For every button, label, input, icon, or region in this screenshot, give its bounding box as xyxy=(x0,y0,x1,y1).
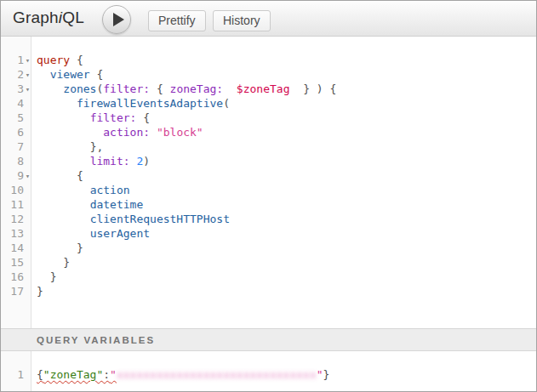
code-token: { xyxy=(143,111,150,124)
code-line[interactable]: 3▾ zones(filter: { zoneTag: $zoneTag } )… xyxy=(1,82,536,96)
line-number: 14 xyxy=(1,241,24,255)
line-number: 1 xyxy=(1,53,24,67)
query-variables-title-bar[interactable]: QUERY VARIABLES xyxy=(1,328,536,351)
code-text: limit: 2) xyxy=(37,155,150,168)
code-token: "zoneTag" xyxy=(43,368,103,381)
graphiql-window: GraphiQL Prettify History 1▾query {2▾ vi… xyxy=(0,0,537,392)
variables-code[interactable]: 1{"zoneTag":"xxxxxxxxxxxxxxxxxxxxxxxxxxx… xyxy=(1,351,536,382)
code-token xyxy=(223,82,237,95)
code-text: datetime xyxy=(37,198,143,211)
code-line[interactable]: 10 action xyxy=(1,183,536,197)
line-number: 16 xyxy=(1,270,24,284)
code-token xyxy=(37,270,50,283)
code-text: action xyxy=(37,184,130,196)
code-line[interactable]: 1▾query { xyxy=(1,53,536,67)
line-number: 2 xyxy=(1,67,24,82)
code-token xyxy=(37,241,77,254)
code-line[interactable]: 1{"zoneTag":"xxxxxxxxxxxxxxxxxxxxxxxxxxx… xyxy=(1,367,536,382)
code-text: } xyxy=(37,241,83,254)
code-token xyxy=(70,54,77,66)
code-token xyxy=(37,213,90,225)
code-line[interactable]: 7 }, xyxy=(1,139,536,154)
code-token: { xyxy=(96,68,103,81)
code-text: viewer { xyxy=(37,68,103,81)
code-token xyxy=(37,227,90,240)
fold-arrow-icon[interactable]: ▾ xyxy=(24,54,31,68)
code-token xyxy=(37,155,90,168)
line-number: 4 xyxy=(1,96,24,111)
line-number: 11 xyxy=(1,197,24,212)
code-token: datetime xyxy=(90,198,144,211)
code-token: "block" xyxy=(157,126,203,139)
code-token: ) xyxy=(143,155,150,168)
code-token: firewallEventsAdaptive xyxy=(77,97,223,110)
code-line[interactable]: 17} xyxy=(1,284,536,298)
line-number: 6 xyxy=(1,125,24,139)
code-token: { xyxy=(157,82,163,95)
code-token: { xyxy=(329,82,336,95)
code-token: limit: xyxy=(90,155,130,168)
code-token: } xyxy=(50,270,57,283)
code-token: ( xyxy=(223,97,230,110)
code-text: zones(filter: { zoneTag: $zoneTag } ) { xyxy=(37,82,336,95)
code-token: zones xyxy=(63,82,96,95)
execute-query-button[interactable] xyxy=(102,5,131,34)
code-token: filter: xyxy=(90,111,137,124)
code-line[interactable]: 6 action: "block" xyxy=(1,125,536,139)
code-text: } xyxy=(37,256,70,269)
line-number: 13 xyxy=(1,226,24,241)
code-token xyxy=(37,169,77,182)
query-editor[interactable]: 1▾query {2▾ viewer {3▾ zones(filter: { z… xyxy=(1,37,536,328)
line-number: 15 xyxy=(1,255,24,270)
line-number: 17 xyxy=(1,284,24,298)
line-number: 5 xyxy=(1,111,24,125)
code-token: { xyxy=(37,368,43,381)
query-variables-title: QUERY VARIABLES xyxy=(37,335,155,345)
variables-editor[interactable]: 1{"zoneTag":"xxxxxxxxxxxxxxxxxxxxxxxxxxx… xyxy=(1,351,536,391)
code-token xyxy=(163,82,170,95)
code-line[interactable]: 4 firewallEventsAdaptive( xyxy=(1,96,536,111)
fold-arrow-icon[interactable]: ▾ xyxy=(24,169,31,184)
code-text: }, xyxy=(37,140,103,153)
code-token xyxy=(150,82,157,95)
code-text: {"zoneTag":"xxxxxxxxxxxxxxxxxxxxxxxxxxxx… xyxy=(37,368,329,381)
code-token: } xyxy=(303,82,310,95)
code-token: { xyxy=(77,169,83,182)
code-token xyxy=(37,82,63,95)
code-token xyxy=(37,111,90,124)
fold-arrow-icon[interactable]: ▾ xyxy=(24,68,31,82)
code-token: " xyxy=(317,368,323,381)
code-token xyxy=(37,97,77,110)
history-button[interactable]: History xyxy=(213,10,271,31)
toolbar: GraphiQL Prettify History xyxy=(1,1,536,37)
code-line[interactable]: 5 filter: { xyxy=(1,111,536,125)
code-line[interactable]: 16 } xyxy=(1,270,536,284)
code-token xyxy=(289,82,303,95)
fold-arrow-icon[interactable]: ▾ xyxy=(24,82,31,97)
code-token: " xyxy=(110,368,117,381)
code-line[interactable]: 2▾ viewer { xyxy=(1,67,536,82)
play-icon xyxy=(113,13,124,26)
code-token xyxy=(37,184,90,196)
code-text: { xyxy=(37,169,83,182)
code-text: action: "block" xyxy=(37,126,203,139)
code-token: $zoneTag xyxy=(237,82,290,95)
logo-text-post: QL xyxy=(62,9,84,26)
code-token xyxy=(150,126,157,139)
code-line[interactable]: 13 userAgent xyxy=(1,226,536,241)
code-line[interactable]: 9▾ { xyxy=(1,168,536,183)
prettify-button[interactable]: Prettify xyxy=(148,10,206,31)
line-number: 9 xyxy=(1,168,24,183)
code-line[interactable]: 8 limit: 2) xyxy=(1,154,536,168)
code-line[interactable]: 11 datetime xyxy=(1,197,536,212)
line-number: 10 xyxy=(1,183,24,197)
code-token xyxy=(310,82,317,95)
code-token: action: xyxy=(103,126,150,139)
query-code[interactable]: 1▾query {2▾ viewer {3▾ zones(filter: { z… xyxy=(1,37,536,298)
code-line[interactable]: 14 } xyxy=(1,241,536,255)
code-text: filter: { xyxy=(37,111,150,124)
code-token: } xyxy=(37,285,43,298)
code-text: } xyxy=(37,270,56,283)
code-line[interactable]: 12 clientRequestHTTPHost xyxy=(1,212,536,226)
code-line[interactable]: 15 } xyxy=(1,255,536,270)
